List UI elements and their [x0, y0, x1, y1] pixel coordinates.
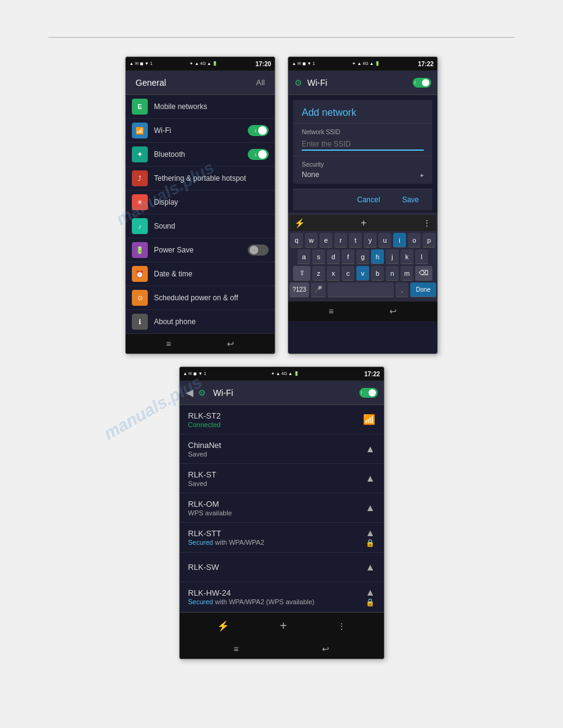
wifi-network-chinanet[interactable]: ChinaNet Saved ▲: [180, 434, 384, 464]
key-j[interactable]: j: [386, 249, 399, 264]
key-mic[interactable]: 🎤: [311, 282, 326, 297]
wifi-network-rlk-stt[interactable]: RLK-STT Secured with WPA/WPA2 ▲ 🔒: [180, 523, 384, 553]
phone3-footer: ⚡ + ⋮: [180, 612, 384, 639]
key-k[interactable]: k: [400, 249, 413, 264]
phone2-notif-icons: ▲ ✉ ◼ ▼ 1: [292, 61, 315, 66]
phone3-settings-icon: ⚙: [198, 388, 206, 398]
wifi-item-rlk-sw-info: RLK-SW: [188, 563, 366, 572]
settings-item-date-time[interactable]: ⏰ Date & time: [126, 262, 275, 286]
phone2-wifi-toggle-knob: [422, 79, 429, 86]
settings-item-display[interactable]: ☀ Display: [126, 191, 275, 214]
key-z[interactable]: z: [312, 266, 325, 281]
wifi-rlk-hw24-name: RLK-HW-24: [188, 588, 366, 597]
settings-item-tethering[interactable]: ⤴ Tethering & portable hotspot: [126, 167, 275, 191]
phone2-cancel-button[interactable]: Cancel: [352, 193, 385, 207]
phone2-back-icon[interactable]: ↩: [389, 306, 397, 316]
wifi-network-rlk-hw24[interactable]: RLK-HW-24 Secured with WPA/WPA2 (WPS ava…: [180, 582, 384, 612]
settings-item-about-phone[interactable]: ℹ About phone: [126, 310, 275, 334]
phone2-dialog-buttons: Cancel Save: [293, 189, 432, 210]
key-x[interactable]: x: [327, 266, 340, 281]
phone3-footer-dots[interactable]: ⋮: [337, 621, 346, 631]
key-s[interactable]: s: [312, 249, 325, 264]
key-g[interactable]: g: [356, 249, 369, 264]
key-b[interactable]: b: [371, 266, 384, 281]
wifi-rlk-st2-signal: 📶: [363, 414, 375, 425]
phone1-back-icon[interactable]: ↩: [227, 339, 234, 349]
keyboard-bolt-icon: ⚡: [294, 218, 305, 228]
phone3-menu-icon[interactable]: ≡: [234, 644, 239, 654]
key-period[interactable]: .: [396, 282, 408, 297]
bluetooth-toggle[interactable]: I: [248, 149, 269, 160]
bluetooth-toggle-label: I: [255, 152, 256, 157]
key-a[interactable]: a: [297, 249, 310, 264]
phone2-wifi-toggle[interactable]: I: [413, 78, 431, 88]
settings-item-power-save[interactable]: 🔋 Power Save ○: [126, 238, 275, 262]
key-q[interactable]: q: [290, 233, 303, 248]
keyboard-plus-icon[interactable]: +: [361, 218, 366, 229]
key-r[interactable]: r: [334, 233, 347, 248]
key-c[interactable]: c: [342, 266, 354, 281]
wifi-chinanet-name: ChinaNet: [188, 441, 366, 450]
wifi-item-rlk-st2-info: RLK-ST2 Connected: [188, 411, 363, 428]
phone3-footer-bolt[interactable]: ⚡: [217, 620, 229, 632]
wifi-rlk-hw24-secured: Secured: [188, 598, 213, 605]
phone2-keyboard: ⚡ + ⋮ q w e r t y u i o p: [288, 213, 437, 301]
settings-item-mobile-networks[interactable]: E Mobile networks: [126, 95, 275, 119]
settings-item-scheduled-power[interactable]: ⊙ Scheduled power on & off: [126, 286, 275, 310]
phone3-status-bar: ▲ ✉ ◼ ▼ 1 ✦ ▲ 4G ▲ 🔋 17:22: [180, 367, 384, 381]
phone1-nav-bar: ≡ ↩: [126, 334, 275, 354]
phone3-notification-icons: ▲ ✉ ◼ ▼ 1: [183, 371, 207, 376]
settings-item-bluetooth[interactable]: ✦ Bluetooth I: [126, 143, 275, 167]
power-save-toggle[interactable]: ○: [248, 245, 269, 256]
phone1-title: General: [136, 78, 166, 88]
wifi-chinanet-signal: ▲: [366, 444, 375, 455]
key-n[interactable]: n: [386, 266, 399, 281]
phone2-security-label: Security: [302, 161, 424, 168]
key-done[interactable]: Done: [410, 282, 436, 297]
key-m[interactable]: m: [400, 266, 413, 281]
mobile-networks-label: Mobile networks: [154, 102, 269, 111]
phone3-wifi-toggle[interactable]: I: [359, 388, 378, 398]
phone3-footer-plus[interactable]: +: [280, 619, 287, 633]
phone1-menu-icon[interactable]: ≡: [166, 339, 171, 349]
phone2-wifi-title: Wi-Fi: [307, 78, 408, 88]
key-f[interactable]: f: [342, 249, 354, 264]
scheduled-power-icon: ⊙: [132, 290, 148, 306]
phone3-back-nav-icon[interactable]: ↩: [322, 644, 329, 654]
key-o[interactable]: o: [408, 233, 421, 248]
key-w[interactable]: w: [305, 233, 318, 248]
phone2-settings-icon: ⚙: [294, 78, 302, 88]
wifi-network-rlk-st[interactable]: RLK-ST Saved ▲: [180, 464, 384, 493]
key-delete[interactable]: ⌫: [415, 266, 432, 281]
tethering-label: Tethering & portable hotspot: [154, 174, 269, 183]
phone2-save-button[interactable]: Save: [397, 193, 424, 207]
settings-item-sound[interactable]: ♪ Sound: [126, 214, 275, 238]
key-i[interactable]: i: [393, 233, 406, 248]
key-l[interactable]: l: [415, 249, 428, 264]
key-y[interactable]: y: [364, 233, 377, 248]
key-space[interactable]: [327, 282, 394, 297]
wifi-network-rlk-om[interactable]: RLK-OM WPS available ▲: [180, 493, 384, 523]
phone2-security-value[interactable]: None ▸: [302, 170, 424, 179]
key-p[interactable]: p: [423, 233, 435, 248]
about-phone-label: About phone: [154, 317, 269, 326]
key-e[interactable]: e: [320, 233, 332, 248]
settings-item-wifi[interactable]: 📶 Wi-Fi I: [126, 119, 275, 143]
key-v[interactable]: v: [356, 266, 369, 281]
phone3-back-icon[interactable]: ◀: [186, 387, 193, 398]
wifi-network-rlk-st2[interactable]: RLK-ST2 Connected 📶: [180, 405, 384, 434]
key-num[interactable]: ?123: [289, 282, 309, 297]
key-u[interactable]: u: [378, 233, 391, 248]
phone2-nav-bar: ≡ ↩: [288, 301, 437, 321]
key-h[interactable]: h: [371, 249, 384, 264]
phone2-menu-icon[interactable]: ≡: [329, 306, 334, 316]
wifi-network-rlk-sw[interactable]: RLK-SW ▲: [180, 553, 384, 582]
keyboard-dots-icon[interactable]: ⋮: [423, 218, 431, 228]
key-t[interactable]: t: [349, 233, 362, 248]
key-shift[interactable]: ⇧: [293, 266, 310, 281]
key-d[interactable]: d: [327, 249, 340, 264]
phone2-ssid-input[interactable]: [302, 138, 424, 151]
bottom-row: ▲ ✉ ◼ ▼ 1 ✦ ▲ 4G ▲ 🔋 17:22 ◀ ⚙ Wi-Fi I: [179, 366, 385, 659]
wifi-toggle[interactable]: I: [248, 125, 269, 136]
phone1-connectivity-icons: ✦ ▲ 4G ▲ 🔋: [190, 61, 218, 66]
